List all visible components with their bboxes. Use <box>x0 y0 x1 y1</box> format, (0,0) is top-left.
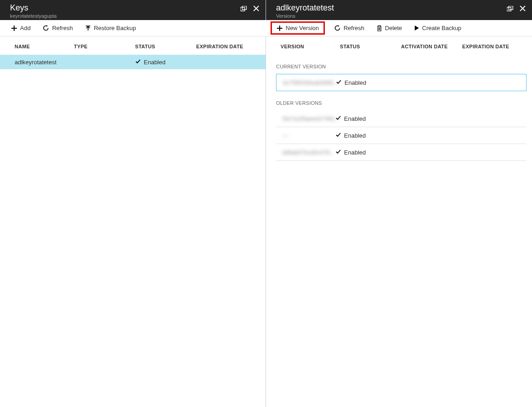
table-row[interactable]: adlkeyrotatetest Enabled <box>0 55 266 69</box>
version-status: Enabled <box>344 132 366 139</box>
version-id: b8fab670cd0c478... <box>282 149 334 156</box>
refresh-label-right: Refresh <box>344 25 365 31</box>
refresh-button-right[interactable]: Refresh <box>331 23 367 33</box>
versions-panel: adlkeyrotatetest Versions New Version <box>266 0 532 407</box>
check-icon <box>135 58 141 66</box>
version-status: Enabled <box>344 79 366 86</box>
versions-panel-header: adlkeyrotatetest Versions <box>266 0 532 20</box>
col-expire-right[interactable]: EXPIRATION DATE <box>462 44 522 49</box>
col-status-right[interactable]: STATUS <box>340 44 401 49</box>
cell-name: adlkeyrotatetest <box>15 59 74 66</box>
version-id: 0c75f5030ea64095... <box>283 79 339 86</box>
restore-icon <box>85 25 91 31</box>
close-icon[interactable] <box>520 5 526 13</box>
create-backup-button[interactable]: Create Backup <box>411 23 464 33</box>
trash-icon <box>376 25 382 31</box>
add-button[interactable]: Add <box>8 23 33 33</box>
check-icon <box>335 132 341 139</box>
restore-label: Restore Backup <box>94 25 136 31</box>
col-name[interactable]: NAME <box>15 44 74 49</box>
plus-icon <box>276 25 283 31</box>
new-version-button[interactable]: New Version <box>271 21 325 35</box>
play-icon <box>414 25 419 31</box>
refresh-button-left[interactable]: Refresh <box>40 23 76 33</box>
plus-icon <box>11 25 17 31</box>
table-row[interactable]: f3e7a1f5aeed27461... Enabled <box>276 110 527 127</box>
create-backup-label: Create Backup <box>422 25 461 31</box>
keys-panel: Keys keyrotatetestyagupta Add <box>0 0 266 407</box>
keys-panel-header: Keys keyrotatetestyagupta <box>0 0 266 20</box>
maximize-icon[interactable] <box>240 6 247 13</box>
keys-title: Keys <box>10 4 57 13</box>
version-status: Enabled <box>344 149 366 156</box>
version-id: — <box>282 132 288 139</box>
close-icon[interactable] <box>253 5 259 13</box>
new-version-label: New Version <box>286 25 319 31</box>
col-status-left[interactable]: STATUS <box>135 44 196 49</box>
versions-subtitle: Versions <box>276 13 334 19</box>
cell-status-left: Enabled <box>144 59 166 66</box>
versions-title: adlkeyrotatetest <box>276 4 334 13</box>
table-row[interactable]: b8fab670cd0c478... Enabled <box>276 144 527 161</box>
delete-label: Delete <box>385 25 402 31</box>
refresh-icon <box>334 25 341 31</box>
col-version[interactable]: VERSION <box>281 44 340 49</box>
refresh-icon <box>42 25 49 31</box>
delete-button[interactable]: Delete <box>374 23 405 33</box>
version-id: f3e7a1f5aeed27461... <box>282 115 340 122</box>
col-expire-left[interactable]: EXPIRATION DATE <box>196 44 256 49</box>
version-status: Enabled <box>344 115 366 122</box>
keys-subtitle: keyrotatetestyagupta <box>10 13 57 19</box>
versions-toolbar: New Version Refresh Delete Create Backup <box>262 20 532 36</box>
keys-table-header: NAME TYPE STATUS EXPIRATION DATE <box>0 36 266 55</box>
current-version-label: CURRENT VERSION <box>276 64 527 69</box>
refresh-label-left: Refresh <box>52 25 73 31</box>
add-label: Add <box>20 25 31 31</box>
col-activation[interactable]: ACTIVATION DATE <box>401 44 462 49</box>
table-row[interactable]: — Enabled <box>276 127 527 144</box>
table-row[interactable]: 0c75f5030ea64095... Enabled <box>276 74 527 91</box>
restore-backup-button[interactable]: Restore Backup <box>82 23 139 33</box>
older-versions-label: OLDER VERSIONS <box>276 100 527 106</box>
check-icon <box>335 149 341 156</box>
col-type[interactable]: TYPE <box>74 44 135 49</box>
maximize-icon[interactable] <box>507 6 513 13</box>
versions-table-header: VERSION STATUS ACTIVATION DATE EXPIRATIO… <box>266 36 532 55</box>
keys-toolbar: Add Refresh Restore Backup <box>0 20 266 36</box>
